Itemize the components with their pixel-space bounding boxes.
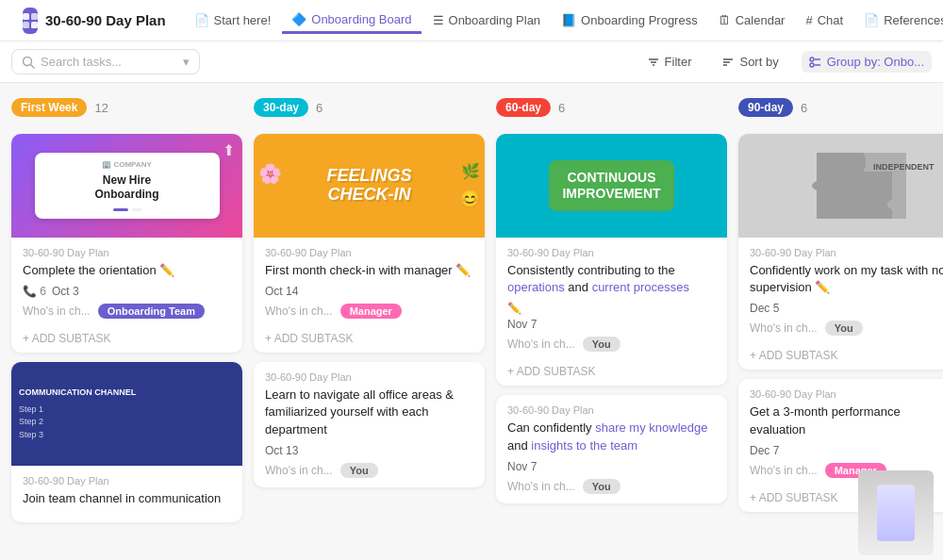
card-title-c8: Get a 3-month performance evaluation	[750, 404, 943, 437]
column-header-first-week: First Week 12	[11, 94, 242, 124]
card-footer-c7: Who's in ch... You	[750, 321, 943, 336]
svg-point-13	[810, 63, 814, 67]
tab-progress[interactable]: 📘 Onboarding Progress	[552, 8, 707, 33]
card-meta-c6: 30-60-90 Day Plan	[507, 404, 716, 416]
plan-icon: ☰	[433, 13, 444, 27]
search-placeholder: Search tasks...	[41, 55, 122, 69]
card-footer-c4: Who's in ch... You	[265, 463, 473, 478]
card-meta-c2: 30-60-90 Day Plan	[23, 475, 231, 486]
card-title-c5: Consistently contributing to the operati…	[507, 262, 716, 296]
card-meta-c1: 30-60-90 Day Plan	[23, 247, 231, 258]
sort-button[interactable]: Sort by	[714, 51, 786, 73]
card-date-c4: Oct 13	[265, 444, 473, 457]
card-body-c2: 30-60-90 Day Plan Join team channel in c…	[11, 466, 242, 522]
card-footer-c5: Who's in ch... You	[507, 337, 716, 352]
col-count-first-week: 12	[94, 101, 108, 115]
references-icon: 📄	[864, 13, 879, 27]
card-c2[interactable]: COMMUNICATION CHANNEL Step 1 Step 2 Step…	[11, 362, 242, 522]
column-30day: 30-day 6 FEELINGSCHECK-IN 🌸 😊 🌿 30-60-90…	[254, 94, 485, 549]
tab-plan[interactable]: ☰ Onboarding Plan	[423, 8, 551, 33]
chat-icon: #	[805, 13, 812, 27]
card-c6[interactable]: 30-60-90 Day Plan Can confidently share …	[496, 395, 727, 502]
card-body-c3: 30-60-90 Day Plan First month check-in w…	[254, 238, 485, 328]
svg-rect-0	[23, 13, 29, 20]
tab-calendar[interactable]: 🗓 Calendar	[709, 8, 795, 33]
col-badge-90day: 90-day	[738, 98, 793, 117]
filter-icon	[647, 56, 660, 69]
col-count-60day: 6	[558, 101, 565, 115]
card-footer-c3: Who's in ch... Manager	[265, 304, 473, 319]
svg-point-12	[810, 58, 814, 61]
sort-icon	[721, 56, 735, 69]
svg-line-5	[31, 64, 35, 68]
assignee-c5: You	[583, 337, 620, 352]
search-box[interactable]: Search tasks... ▾	[11, 49, 200, 74]
card-footer-c1: Who's in ch... Onboarding Team	[23, 304, 231, 319]
card-date-c5: Nov 7	[507, 318, 716, 331]
nav-tabs: 📄 Start here! 🔷 Onboarding Board ☰ Onboa…	[185, 7, 943, 34]
filter-button[interactable]: Filter	[639, 51, 700, 73]
card-body-c5: 30-60-90 Day Plan Consistently contribut…	[496, 238, 727, 361]
card-image-c2: COMMUNICATION CHANNEL Step 1 Step 2 Step…	[11, 362, 242, 466]
page-title: 30-60-90 Day Plan	[45, 12, 166, 28]
board-icon: 🔷	[291, 12, 306, 26]
card-date-c1: Oct 3	[52, 285, 79, 298]
card-title-c1: Complete the orientation ✏️	[23, 262, 231, 279]
column-first-week: First Week 12 🏢 COMPANY New HireOnboardi…	[11, 94, 242, 549]
card-body-c7: 30-60-90 Day Plan Confidently work on my…	[738, 238, 943, 345]
col-badge-first-week: First Week	[11, 98, 87, 117]
column-header-60day: 60-day 6	[496, 94, 727, 124]
card-meta-c4: 30-60-90 Day Plan	[265, 371, 473, 383]
assignee-c7: You	[825, 321, 863, 336]
start-icon: 📄	[194, 13, 209, 27]
col-count-30day: 6	[316, 101, 323, 115]
assignee-c6: You	[583, 479, 620, 494]
card-title-c3: First month check-in with manager ✏️	[265, 262, 473, 279]
add-subtask-c3[interactable]: + ADD SUBTASK	[254, 328, 485, 353]
card-image-c1: 🏢 COMPANY New HireOnboarding ⬆	[11, 134, 242, 238]
calendar-icon: 🗓	[719, 13, 731, 27]
card-footer-c6: Who's in ch... You	[507, 479, 716, 494]
column-header-90day: 90-day 6	[738, 94, 943, 124]
app-icon	[23, 8, 38, 34]
card-c1[interactable]: 🏢 COMPANY New HireOnboarding ⬆ 30-60-90 …	[11, 134, 242, 353]
card-meta-c5: 30-60-90 Day Plan	[507, 247, 716, 258]
add-subtask-c7[interactable]: + ADD SUBTASK	[738, 345, 943, 370]
col-badge-60day: 60-day	[496, 98, 551, 117]
column-header-30day: 30-day 6	[254, 94, 485, 124]
group-label: Group by: Onbo...	[827, 55, 924, 69]
card-title-c2: Join team channel in communication	[23, 490, 231, 507]
card-c7[interactable]: INDEPENDENT 30-60-90 Day Plan Confidentl…	[738, 134, 943, 370]
card-body-c4: 30-60-90 Day Plan Learn to navigate all …	[254, 362, 485, 487]
sort-label: Sort by	[739, 55, 778, 69]
assignee-c3: Manager	[340, 304, 402, 319]
board: First Week 12 🏢 COMPANY New HireOnboardi…	[0, 83, 943, 560]
card-c4[interactable]: 30-60-90 Day Plan Learn to navigate all …	[254, 362, 485, 487]
card-c5[interactable]: CONTINUOUSIMPROVEMENT 30-60-90 Day Plan …	[496, 134, 727, 386]
tab-board[interactable]: 🔷 Onboarding Board	[282, 7, 421, 34]
col-badge-30day: 30-day	[254, 98, 308, 117]
card-image-c5: CONTINUOUSIMPROVEMENT	[496, 134, 727, 238]
tab-chat[interactable]: # Chat	[796, 8, 852, 33]
svg-rect-3	[31, 22, 38, 28]
card-date-c8: Dec 7	[750, 444, 943, 457]
group-by-button[interactable]: Group by: Onbo...	[802, 51, 932, 73]
col-count-90day: 6	[801, 101, 807, 115]
svg-rect-2	[23, 22, 29, 28]
tab-start[interactable]: 📄 Start here!	[185, 8, 281, 33]
card-phone-c1: 📞 6	[23, 285, 46, 298]
tab-references[interactable]: 📄 References	[854, 8, 943, 33]
toolbar-right: Filter Sort by Group by: Onbo...	[639, 51, 932, 73]
progress-icon: 📘	[561, 13, 576, 27]
card-image-c3: FEELINGSCHECK-IN 🌸 😊 🌿	[254, 134, 485, 238]
group-icon	[809, 56, 822, 69]
add-subtask-c1[interactable]: + ADD SUBTASK	[11, 328, 242, 353]
card-meta-c3: 30-60-90 Day Plan	[265, 247, 473, 258]
card-date-c3: Oct 14	[265, 285, 473, 298]
card-c3[interactable]: FEELINGSCHECK-IN 🌸 😊 🌿 30-60-90 Day Plan…	[254, 134, 485, 353]
add-subtask-c5[interactable]: + ADD SUBTASK	[496, 361, 727, 386]
assignee-c1: Onboarding Team	[98, 304, 205, 319]
card-body-c1: 30-60-90 Day Plan Complete the orientati…	[11, 238, 242, 328]
svg-text:INDEPENDENT: INDEPENDENT	[873, 162, 935, 172]
search-dropdown-icon[interactable]: ▾	[183, 55, 190, 69]
